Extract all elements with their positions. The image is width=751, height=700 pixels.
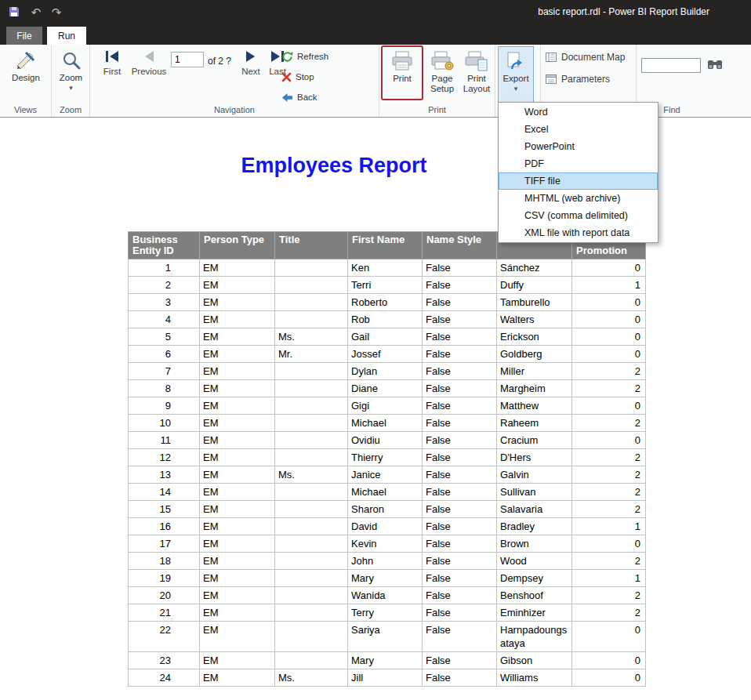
table-cell: EM (200, 553, 275, 570)
parameters-toggle[interactable]: Parameters (546, 74, 610, 85)
table-cell: False (423, 518, 497, 535)
table-row: 8EMDianeFalseMargheim2 (129, 380, 646, 397)
table-cell: 1 (572, 518, 646, 535)
table-row: 21EMTerryFalseEminhizer2 (129, 604, 646, 622)
export-button-label: Export (502, 74, 528, 84)
export-menu-item-powerpoint[interactable]: PowerPoint (499, 138, 658, 155)
column-header: Title (275, 232, 348, 259)
table-cell (275, 277, 348, 294)
export-menu-item-excel[interactable]: Excel (499, 121, 658, 138)
design-button[interactable]: Design (3, 46, 49, 101)
table-cell (275, 380, 348, 397)
export-menu-item-pdf[interactable]: PDF (499, 155, 658, 172)
tab-run[interactable]: Run (47, 27, 86, 45)
print-button[interactable]: Print (383, 47, 421, 97)
table-row: 14EMMichaelFalseSullivan2 (129, 484, 646, 501)
table-row: 2EMTerriFalseDuffy1 (129, 277, 646, 294)
export-menu-item-word[interactable]: Word (499, 103, 658, 121)
table-row: 6EMMr.JossefFalseGoldberg0 (129, 346, 646, 363)
table-cell: 15 (129, 501, 200, 518)
back-arrow-icon (281, 92, 293, 103)
table-cell: EM (200, 294, 275, 311)
table-cell: False (423, 328, 497, 346)
document-map-icon (546, 53, 557, 62)
table-cell: False (423, 604, 497, 622)
table-cell: Matthew (497, 397, 572, 415)
save-icon[interactable] (6, 5, 22, 19)
table-row: 10EMMichaelFalseRaheem2 (129, 415, 646, 432)
stop-button[interactable]: Stop (281, 69, 314, 85)
previous-page-icon (141, 49, 157, 63)
export-button[interactable]: Export ▾ (498, 46, 534, 106)
page-number-input[interactable] (171, 52, 204, 67)
document-map-toggle[interactable]: Document Map (546, 52, 625, 63)
print-button-label: Print (393, 74, 412, 84)
previous-page-button[interactable]: Previous (128, 49, 170, 76)
column-header: Person Type (200, 232, 275, 259)
table-cell (275, 415, 348, 432)
refresh-button[interactable]: Refresh (281, 49, 328, 64)
table-cell: False (423, 669, 497, 687)
table-cell: 2 (572, 449, 646, 466)
tab-file[interactable]: File (6, 27, 42, 45)
export-menu-item-xml-file-with-report-data[interactable]: XML file with report data (499, 224, 658, 241)
table-cell (275, 652, 348, 669)
table-row: 9EMGigiFalseMatthew0 (129, 397, 646, 415)
table-cell: Tamburello (497, 294, 572, 311)
next-page-label: Next (241, 67, 260, 76)
table-cell: Gibson (497, 652, 572, 669)
table-cell: 0 (572, 346, 646, 363)
print-layout-button[interactable]: Print Layout (459, 47, 494, 97)
table-cell: Ovidiu (348, 432, 423, 449)
table-cell: EM (200, 570, 275, 587)
find-input[interactable] (641, 58, 701, 73)
table-cell: EM (200, 397, 275, 415)
table-cell: Benshoof (497, 587, 572, 604)
back-button[interactable]: Back (281, 89, 317, 105)
binoculars-find-icon[interactable] (707, 59, 723, 70)
table-cell: Dylan (348, 363, 423, 380)
table-cell (275, 535, 348, 553)
parameters-label: Parameters (561, 74, 610, 85)
table-cell: 12 (129, 449, 200, 466)
table-cell (275, 294, 348, 311)
table-cell: Sariya (348, 622, 423, 652)
table-cell: Gigi (348, 397, 423, 415)
table-cell: EM (200, 669, 275, 687)
undo-icon[interactable]: ↶ (28, 5, 44, 19)
table-cell: False (423, 535, 497, 553)
export-menu-item-mhtml-web-archive[interactable]: MHTML (web archive) (499, 190, 658, 207)
table-cell (275, 397, 348, 415)
table-cell: Mr. (275, 346, 348, 363)
table-cell: Cracium (497, 432, 572, 449)
table-cell: False (423, 259, 497, 277)
window-title: basic report.rdl - Power BI Report Build… (538, 6, 709, 17)
table-cell: 7 (129, 363, 200, 380)
first-page-button[interactable]: First (98, 49, 126, 76)
table-cell: False (423, 652, 497, 669)
navigation-group: First Previous of 2 ? Next Last (90, 45, 379, 117)
table-cell (275, 553, 348, 570)
redo-icon[interactable]: ↷ (49, 5, 64, 19)
page-setup-button[interactable]: Page Setup (425, 47, 459, 97)
export-menu-item-csv-comma-delimited[interactable]: CSV (comma delimited) (499, 207, 658, 224)
table-cell: Mary (348, 652, 423, 669)
table-cell: 2 (572, 587, 646, 604)
design-icon (16, 50, 36, 71)
next-page-button[interactable]: Next (238, 49, 264, 76)
table-cell: 3 (129, 294, 200, 311)
app-window: ↶ ↷ basic report.rdl - Power BI Report B… (0, 0, 751, 700)
table-cell: 2 (572, 415, 646, 432)
floppy-disk-glyph (9, 6, 20, 17)
table-cell: False (423, 570, 497, 587)
table-cell: EM (200, 466, 275, 484)
table-cell: Ken (348, 259, 423, 277)
table-cell: Bradley (497, 518, 572, 535)
table-cell: Sharon (348, 501, 423, 518)
zoom-button[interactable]: Zoom ▾ (54, 46, 88, 104)
table-cell: Wood (497, 553, 572, 570)
report-table: Business Entity IDPerson TypeTitleFirst … (128, 231, 646, 687)
table-row: 22EMSariyaFalseHarnpadoungs ataya0 (129, 622, 646, 652)
export-menu-item-tiff-file[interactable]: TIFF file (499, 172, 658, 190)
table-cell: 23 (129, 652, 200, 669)
